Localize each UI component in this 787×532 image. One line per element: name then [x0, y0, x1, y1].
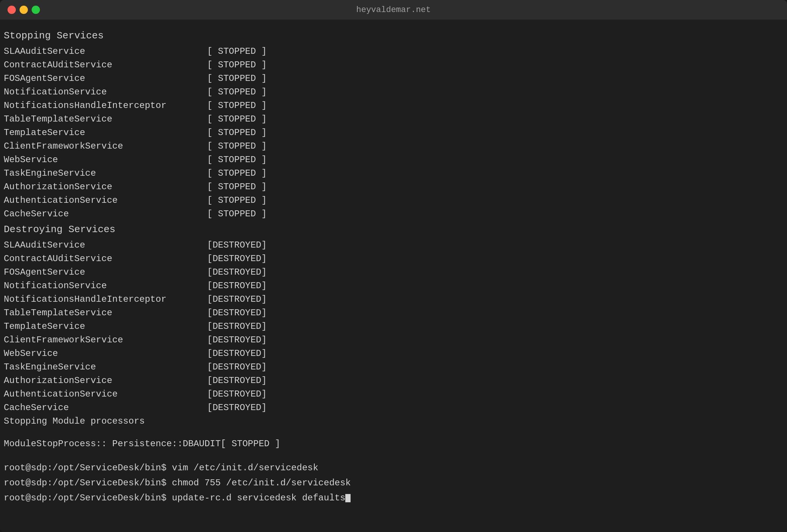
- command-text: chmod 755 /etc/init.d/servicedesk: [166, 478, 351, 488]
- window-buttons: [8, 6, 40, 14]
- prompt-text: root@sdp:/opt/ServiceDesk/bin$: [4, 478, 166, 488]
- destroying-service-row: TemplateService[DESTROYED]: [4, 320, 783, 333]
- stopping-service-row: TableTemplateService[ STOPPED ]: [4, 112, 783, 126]
- module-stop-name: ModuleStopProcess:: Persistence::DBAUDIT: [4, 437, 221, 451]
- service-status: [DESTROYED]: [207, 239, 267, 252]
- service-name: WebService: [4, 153, 207, 167]
- service-status: [ STOPPED ]: [207, 45, 267, 58]
- stopping-service-row: ClientFrameworkService[ STOPPED ]: [4, 140, 783, 153]
- service-name: CacheService: [4, 207, 207, 221]
- service-name: TemplateService: [4, 126, 207, 140]
- stopping-service-row: ContractAUditService[ STOPPED ]: [4, 58, 783, 72]
- minimize-button[interactable]: [20, 6, 28, 14]
- prompt-text: root@sdp:/opt/ServiceDesk/bin$: [4, 493, 166, 503]
- service-name: TaskEngineService: [4, 360, 207, 374]
- destroying-service-row: CacheService[DESTROYED]: [4, 401, 783, 415]
- service-name: NotificationsHandleInterceptor: [4, 293, 207, 306]
- service-status: [ STOPPED ]: [207, 126, 267, 140]
- service-name: ContractAUditService: [4, 252, 207, 266]
- service-name: AuthenticationService: [4, 194, 207, 207]
- service-name: FOSAgentService: [4, 72, 207, 85]
- service-status: [ STOPPED ]: [207, 180, 267, 194]
- service-name: ContractAUditService: [4, 58, 207, 72]
- service-status: [DESTROYED]: [207, 252, 267, 266]
- destroying-service-row: ContractAUditService[DESTROYED]: [4, 252, 783, 266]
- service-name: SLAAuditService: [4, 239, 207, 252]
- destroying-service-row: AuthorizationService[DESTROYED]: [4, 374, 783, 388]
- stopping-service-row: WebService[ STOPPED ]: [4, 153, 783, 167]
- service-status: [DESTROYED]: [207, 266, 267, 279]
- stopping-header: Stopping Services: [4, 29, 783, 43]
- destroying-service-row: ClientFrameworkService[DESTROYED]: [4, 333, 783, 347]
- stopping-service-row: NotificationService[ STOPPED ]: [4, 85, 783, 99]
- service-name: TableTemplateService: [4, 112, 207, 126]
- service-name: ClientFrameworkService: [4, 333, 207, 347]
- service-name: TaskEngineService: [4, 167, 207, 180]
- service-status: [DESTROYED]: [207, 293, 267, 306]
- prompts-container: root@sdp:/opt/ServiceDesk/bin$ vim /etc/…: [4, 461, 783, 505]
- service-status: [ STOPPED ]: [207, 140, 267, 153]
- stopping-service-row: AuthenticationService[ STOPPED ]: [4, 194, 783, 207]
- service-name: ClientFrameworkService: [4, 140, 207, 153]
- prompt-text: root@sdp:/opt/ServiceDesk/bin$: [4, 463, 166, 473]
- command-text: vim /etc/init.d/servicedesk: [166, 463, 318, 473]
- close-button[interactable]: [8, 6, 16, 14]
- service-status: [ STOPPED ]: [207, 153, 267, 167]
- prompt-line: root@sdp:/opt/ServiceDesk/bin$ update-rc…: [4, 491, 783, 505]
- service-status: [DESTROYED]: [207, 374, 267, 388]
- service-name: NotificationsHandleInterceptor: [4, 99, 207, 112]
- service-name: WebService: [4, 347, 207, 360]
- destroying-service-row: TableTemplateService[DESTROYED]: [4, 306, 783, 320]
- service-name: NotificationService: [4, 85, 207, 99]
- stopping-service-row: TemplateService[ STOPPED ]: [4, 126, 783, 140]
- blank-line-2: [4, 451, 783, 460]
- service-name: FOSAgentService: [4, 266, 207, 279]
- prompt-line: root@sdp:/opt/ServiceDesk/bin$ vim /etc/…: [4, 461, 783, 475]
- service-status: [DESTROYED]: [207, 388, 267, 401]
- service-name: SLAAuditService: [4, 45, 207, 58]
- service-name: TemplateService: [4, 320, 207, 333]
- terminal-body: Stopping Services SLAAuditService[ STOPP…: [0, 20, 787, 532]
- destroying-header: Destroying Services: [4, 222, 783, 237]
- service-status: [ STOPPED ]: [207, 207, 267, 221]
- destroying-service-row: NotificationService[DESTROYED]: [4, 279, 783, 293]
- module-stop-status: [ STOPPED ]: [221, 437, 280, 451]
- module-stop-line: ModuleStopProcess:: Persistence::DBAUDIT…: [4, 437, 783, 451]
- destroying-service-row: NotificationsHandleInterceptor[DESTROYED…: [4, 293, 783, 306]
- stopping-service-row: AuthorizationService[ STOPPED ]: [4, 180, 783, 194]
- stopping-services-list: SLAAuditService[ STOPPED ]ContractAUditS…: [4, 45, 783, 221]
- maximize-button[interactable]: [32, 6, 40, 14]
- destroying-services-list: SLAAuditService[DESTROYED]ContractAUditS…: [4, 239, 783, 415]
- destroying-service-row: WebService[DESTROYED]: [4, 347, 783, 360]
- service-name: AuthenticationService: [4, 388, 207, 401]
- service-name: TableTemplateService: [4, 306, 207, 320]
- service-status: [ STOPPED ]: [207, 72, 267, 85]
- service-status: [ STOPPED ]: [207, 167, 267, 180]
- stopping-service-row: SLAAuditService[ STOPPED ]: [4, 45, 783, 58]
- prompt-line: root@sdp:/opt/ServiceDesk/bin$ chmod 755…: [4, 476, 783, 490]
- destroying-service-row: TaskEngineService[DESTROYED]: [4, 360, 783, 374]
- terminal-window: heyvaldemar.net Stopping Services SLAAud…: [0, 0, 787, 532]
- service-status: [DESTROYED]: [207, 401, 267, 415]
- destroying-service-row: AuthenticationService[DESTROYED]: [4, 388, 783, 401]
- service-status: [ STOPPED ]: [207, 194, 267, 207]
- stopping-service-row: CacheService[ STOPPED ]: [4, 207, 783, 221]
- service-status: [DESTROYED]: [207, 279, 267, 293]
- service-name: AuthorizationService: [4, 180, 207, 194]
- service-status: [ STOPPED ]: [207, 112, 267, 126]
- service-name: NotificationService: [4, 279, 207, 293]
- stopping-service-row: TaskEngineService[ STOPPED ]: [4, 167, 783, 180]
- service-status: [ STOPPED ]: [207, 85, 267, 99]
- title-bar: heyvaldemar.net: [0, 0, 787, 20]
- destroying-service-row: SLAAuditService[DESTROYED]: [4, 239, 783, 252]
- service-status: [DESTROYED]: [207, 306, 267, 320]
- service-status: [ STOPPED ]: [207, 58, 267, 72]
- stopping-module-line: Stopping Module processors: [4, 415, 783, 428]
- service-status: [DESTROYED]: [207, 360, 267, 374]
- cursor: [345, 494, 351, 502]
- blank-line-1: [4, 428, 783, 437]
- service-name: AuthorizationService: [4, 374, 207, 388]
- command-text: update-rc.d servicedesk defaults: [166, 493, 345, 503]
- window-title: heyvaldemar.net: [356, 5, 431, 15]
- service-status: [DESTROYED]: [207, 333, 267, 347]
